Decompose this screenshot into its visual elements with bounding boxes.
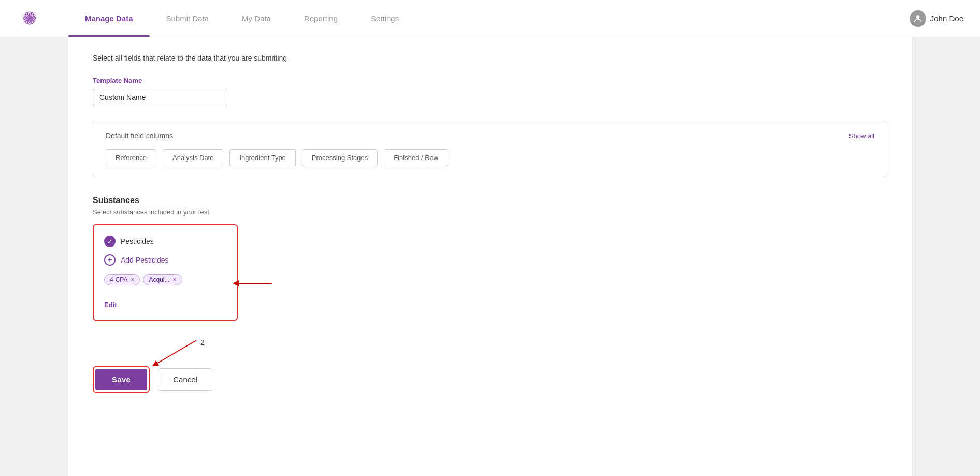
nav-settings[interactable]: Settings — [354, 0, 415, 37]
avatar — [910, 10, 926, 27]
annotation-arrow-1: 1 — [232, 276, 273, 291]
pesticides-check-icon: ✓ — [104, 236, 116, 247]
edit-link[interactable]: Edit — [104, 301, 117, 309]
svg-point-7 — [916, 15, 919, 19]
columns-list: Reference Analysis Date Ingredient Type … — [106, 149, 874, 166]
column-chip-analysis-date: Analysis Date — [163, 149, 223, 166]
default-columns-title: Default field columns — [106, 132, 173, 140]
tag-acqui-close[interactable]: × — [173, 276, 177, 283]
substances-section: Substances Select substances included in… — [93, 196, 887, 393]
tag-acqui: Acqui... × — [143, 274, 182, 285]
tag-4cpa-label: 4-CPA — [110, 276, 127, 283]
column-chip-finished-raw: Finished / Raw — [384, 149, 448, 166]
user-name: John Doe — [930, 14, 963, 23]
nav-my-data[interactable]: My Data — [225, 0, 287, 37]
right-sidebar — [913, 37, 980, 476]
nav-submit-data[interactable]: Submit Data — [150, 0, 226, 37]
instruction-text: Select all fields that relate to the dat… — [93, 54, 887, 62]
svg-point-6 — [27, 16, 32, 20]
page-wrapper: Select all fields that relate to the dat… — [0, 37, 980, 476]
tag-acqui-label: Acqui... — [149, 276, 169, 283]
main-content: Select all fields that relate to the dat… — [67, 37, 913, 476]
navbar: Manage Data Submit Data My Data Reportin… — [0, 0, 980, 37]
show-all-link[interactable]: Show all — [849, 132, 874, 140]
save-button[interactable]: Save — [95, 369, 147, 390]
buttons-area: Save Cancel — [93, 366, 887, 393]
template-name-label: Template Name — [93, 77, 887, 84]
default-columns-box: Default field columns Show all Reference… — [93, 121, 887, 177]
tag-4cpa-close[interactable]: × — [131, 276, 134, 283]
cancel-button[interactable]: Cancel — [158, 368, 212, 391]
substances-subtitle: Select substances included in your test — [93, 208, 887, 216]
nav-manage-data[interactable]: Manage Data — [68, 0, 150, 37]
add-pesticides-label: Add Pesticides — [121, 256, 169, 264]
add-pesticides-item[interactable]: + Add Pesticides — [104, 254, 226, 266]
substances-title: Substances — [93, 196, 887, 205]
svg-line-10 — [155, 340, 196, 365]
save-button-wrapper: Save — [93, 366, 150, 393]
nav-reporting[interactable]: Reporting — [287, 0, 354, 37]
pesticides-item: ✓ Pesticides — [104, 236, 226, 247]
pesticides-label: Pesticides — [121, 237, 154, 246]
user-menu[interactable]: John Doe — [910, 10, 963, 27]
left-sidebar — [0, 37, 67, 476]
template-name-input[interactable] — [93, 89, 227, 106]
substances-box: ✓ Pesticides + Add Pesticides 4-CPA — [93, 224, 238, 321]
app-logo — [17, 5, 44, 32]
column-chip-processing-stages: Processing Stages — [302, 149, 378, 166]
template-name-section: Template Name — [93, 77, 887, 121]
default-columns-header: Default field columns Show all — [106, 132, 874, 140]
tag-4cpa: 4-CPA × — [104, 274, 140, 285]
tags-row: 4-CPA × Acqui... × — [104, 274, 182, 285]
annotation-arrow-2: 2 — [134, 338, 238, 369]
column-chip-ingredient-type: Ingredient Type — [229, 149, 295, 166]
add-pesticides-icon: + — [104, 254, 116, 266]
nav-links: Manage Data Submit Data My Data Reportin… — [68, 0, 910, 37]
column-chip-reference: Reference — [106, 149, 156, 166]
